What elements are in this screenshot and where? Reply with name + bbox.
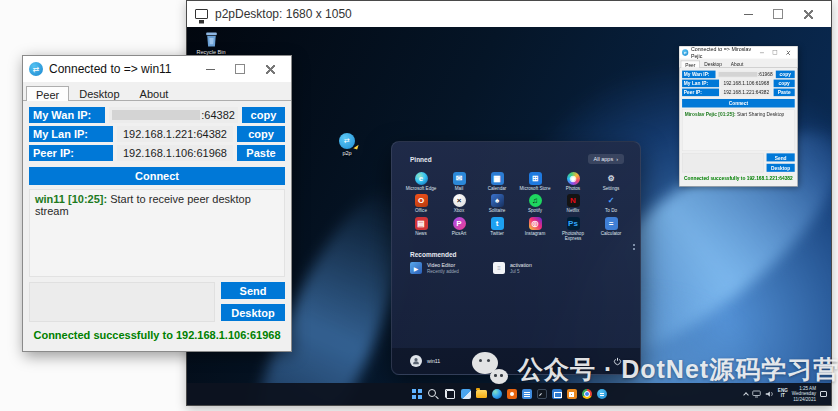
start-app-tile[interactable]: = Calculator xyxy=(592,217,630,242)
file-explorer[interactable] xyxy=(476,390,487,398)
app-label: Instagram xyxy=(525,231,545,236)
start-app-tile[interactable]: ◎ Instagram xyxy=(516,217,554,242)
maximize-button[interactable] xyxy=(768,48,781,57)
paste-button[interactable]: Paste xyxy=(237,145,285,161)
start-app-tile[interactable]: N Netflix xyxy=(554,194,592,213)
start-app-tile[interactable]: ⊞ Microsoft Store xyxy=(516,172,554,191)
start-app-tile[interactable]: ◉ Photos xyxy=(554,172,592,191)
copy-lan-button[interactable]: copy xyxy=(774,80,795,88)
local-dialog-titlebar[interactable]: ⇄ Connected to => win11 xyxy=(23,56,291,82)
start-app-tile[interactable]: t Twitter xyxy=(478,217,516,242)
start-app-tile[interactable]: ✓ To Do xyxy=(592,194,630,213)
clock[interactable]: 1:25 AM Wednesday 11/24/2021 xyxy=(792,386,816,402)
terminal[interactable] xyxy=(537,389,547,399)
notification-center-icon[interactable] xyxy=(820,391,827,397)
photos-app[interactable] xyxy=(507,389,517,399)
tab-peer[interactable]: Peer xyxy=(26,86,69,101)
message-input[interactable] xyxy=(682,153,764,172)
redacted-ip xyxy=(112,110,200,120)
peer-ip-field[interactable]: 192.168.1.106:61968 xyxy=(117,145,233,161)
start-app-tile[interactable]: ⚙ Settings xyxy=(592,172,630,191)
recommended-heading: Recommended xyxy=(392,241,640,262)
p2p-desktop[interactable] xyxy=(597,389,607,399)
wan-ip-field[interactable]: :61968 xyxy=(717,71,774,79)
maximize-button[interactable] xyxy=(225,59,255,79)
tray-chevron-up-icon[interactable] xyxy=(743,392,749,398)
copy-wan-button[interactable]: copy xyxy=(776,71,795,79)
search[interactable] xyxy=(427,388,439,400)
message-input[interactable] xyxy=(29,282,215,322)
close-button[interactable] xyxy=(782,48,795,57)
screen: p2pDesktop: 1680 x 1050 Recycle Bin ⇄ xyxy=(0,0,838,411)
volume-icon[interactable] xyxy=(765,390,774,398)
lan-ip-field[interactable]: 192.168.1.106:61968 xyxy=(721,80,772,88)
close-button[interactable] xyxy=(793,4,823,24)
minimize-button[interactable] xyxy=(195,59,225,79)
microsoft-edge[interactable] xyxy=(492,389,502,399)
start-menu-pager[interactable] xyxy=(633,244,635,250)
start-menu: Pinned All apps › e Microsoft Edge xyxy=(391,141,641,375)
send-button[interactable]: Send xyxy=(221,282,285,299)
tab-about[interactable]: About xyxy=(726,60,747,67)
start-app-tile[interactable]: e Microsoft Edge xyxy=(402,172,440,191)
office-app[interactable] xyxy=(567,389,577,399)
copy-wan-button[interactable]: copy xyxy=(242,107,285,123)
lan-ip-label: My Lan IP: xyxy=(29,126,113,142)
tab-desktop[interactable]: Desktop xyxy=(700,60,727,67)
task-view[interactable] xyxy=(444,388,456,400)
main-titlebar[interactable]: p2pDesktop: 1680 x 1050 xyxy=(187,1,831,27)
app-icon: ▤ xyxy=(415,217,428,230)
p2p-shortcut-icon[interactable]: ⇄ p2p xyxy=(325,133,369,156)
desktop-button[interactable]: Desktop xyxy=(221,304,285,321)
app-label: Xbox xyxy=(454,208,464,213)
minimize-button[interactable] xyxy=(733,4,763,24)
tab-about[interactable]: About xyxy=(130,85,179,100)
user-avatar[interactable] xyxy=(410,355,422,367)
peer-ip-field[interactable]: 192.168.1.221:64382 xyxy=(721,89,772,97)
chrome[interactable] xyxy=(582,389,592,399)
power-icon[interactable] xyxy=(613,352,622,370)
start-app-tile[interactable]: O Office xyxy=(402,194,440,213)
start-app-tile[interactable]: ✉ Mail xyxy=(440,172,478,191)
start-app-tile[interactable]: ▤ News xyxy=(402,217,440,242)
start-menu-footer: win11 xyxy=(392,348,640,374)
start-app-tile[interactable]: Ps Photoshop Express xyxy=(554,217,592,242)
paste-button[interactable]: Paste xyxy=(774,89,795,97)
app-label: Settings xyxy=(603,186,620,191)
copy-lan-button[interactable]: copy xyxy=(237,126,285,142)
minimize-button[interactable] xyxy=(755,48,768,57)
tray-date: 11/24/2021 xyxy=(793,397,816,402)
recycle-bin-glyph xyxy=(203,31,220,48)
network-icon[interactable] xyxy=(752,390,761,398)
tab-desktop[interactable]: Desktop xyxy=(69,85,129,100)
language-indicator[interactable]: ENG IT xyxy=(778,389,788,398)
start-app-tile[interactable]: × Xbox xyxy=(440,194,478,213)
notepad[interactable] xyxy=(522,389,532,399)
close-button[interactable] xyxy=(255,59,285,79)
connect-button[interactable]: Connect xyxy=(682,99,795,108)
wan-ip-field[interactable]: :64382 xyxy=(109,107,238,123)
desktop-button[interactable]: Desktop xyxy=(767,164,795,172)
status-text: Connected successfully to 192.168.1.221:… xyxy=(682,175,795,184)
recommended-item[interactable]: ≡ activation Jul 5 xyxy=(493,262,532,274)
connect-button[interactable]: Connect xyxy=(29,167,285,185)
recycle-bin-icon[interactable]: Recycle Bin xyxy=(189,31,233,55)
tab-peer[interactable]: Peer xyxy=(681,61,700,68)
start-app-tile[interactable]: ▦ Calendar xyxy=(478,172,516,191)
user-name[interactable]: win11 xyxy=(427,358,440,364)
maximize-button[interactable] xyxy=(763,4,793,24)
app-label: Netflix xyxy=(567,208,580,213)
recommended-item[interactable]: ▶ Video Editor Recently added xyxy=(410,262,459,274)
mail-app[interactable] xyxy=(552,389,562,399)
recommended-item-subtitle: Jul 5 xyxy=(510,269,532,274)
remote-dialog-titlebar[interactable]: ⇄ Connected to => Miroslav Pejic xyxy=(679,46,797,58)
start-app-tile[interactable]: ♠ Solitaire xyxy=(478,194,516,213)
lan-ip-field[interactable]: 192.168.1.221:64382 xyxy=(117,126,233,142)
start-app-tile[interactable]: P PicsArt xyxy=(440,217,478,242)
send-button[interactable]: Send xyxy=(767,153,795,161)
widgets[interactable] xyxy=(461,389,471,399)
start-app-tile[interactable]: ♫ Spotify xyxy=(516,194,554,213)
app-label: Calculator xyxy=(601,231,622,236)
all-apps-button[interactable]: All apps › xyxy=(588,154,624,164)
start-button[interactable] xyxy=(412,389,422,399)
